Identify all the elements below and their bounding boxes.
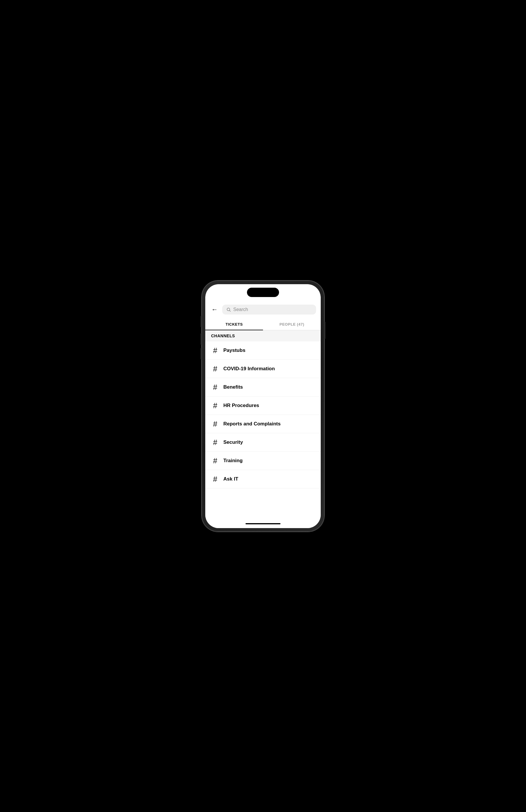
channel-item-ask-it[interactable]: # Ask IT — [205, 470, 321, 489]
back-button[interactable]: ← — [210, 305, 219, 314]
channel-name: Benefits — [223, 384, 243, 390]
channels-heading: CHANNELS — [211, 333, 235, 338]
channel-list: # Paystubs # COVID-19 Information # Bene… — [205, 342, 321, 519]
hash-icon: # — [211, 475, 219, 483]
tabs-bar: TICKETS PEOPLE (47) — [205, 319, 321, 330]
dynamic-island — [247, 288, 279, 297]
channels-section-header: CHANNELS — [205, 330, 321, 342]
hash-icon: # — [211, 438, 219, 446]
header: ← Search — [205, 302, 321, 317]
home-indicator — [205, 519, 321, 528]
svg-point-0 — [227, 308, 230, 310]
search-placeholder-text: Search — [233, 307, 248, 312]
home-bar — [245, 523, 281, 524]
phone-screen: ← Search TICKETS PEOPLE (47) — [205, 284, 321, 528]
hash-icon: # — [211, 457, 219, 464]
channel-item-hr-procedures[interactable]: # HR Procedures — [205, 396, 321, 415]
channel-item-reports-complaints[interactable]: # Reports and Complaints — [205, 415, 321, 433]
tab-people[interactable]: PEOPLE (47) — [263, 319, 321, 330]
channel-item-security[interactable]: # Security — [205, 433, 321, 452]
channel-name: Paystubs — [223, 348, 245, 353]
channel-name: HR Procedures — [223, 403, 259, 408]
channel-name: Training — [223, 458, 243, 464]
channel-name: Ask IT — [223, 476, 238, 482]
hash-icon: # — [211, 365, 219, 373]
search-bar[interactable]: Search — [222, 305, 316, 315]
channel-item-paystubs[interactable]: # Paystubs — [205, 342, 321, 360]
channel-item-benefits[interactable]: # Benefits — [205, 378, 321, 396]
channel-name: Reports and Complaints — [223, 421, 281, 427]
hash-icon: # — [211, 383, 219, 391]
screen-content: ← Search TICKETS PEOPLE (47) — [205, 284, 321, 528]
channel-item-training[interactable]: # Training — [205, 452, 321, 470]
search-icon — [226, 307, 231, 312]
hash-icon: # — [211, 402, 219, 409]
svg-line-1 — [229, 310, 231, 311]
channel-name: COVID-19 Information — [223, 366, 275, 372]
hash-icon: # — [211, 347, 219, 354]
hash-icon: # — [211, 420, 219, 428]
channel-item-covid19[interactable]: # COVID-19 Information — [205, 360, 321, 378]
tab-tickets[interactable]: TICKETS — [205, 319, 263, 330]
back-arrow-icon: ← — [211, 306, 218, 313]
phone-frame: ← Search TICKETS PEOPLE (47) — [202, 281, 324, 532]
channel-name: Security — [223, 439, 243, 445]
